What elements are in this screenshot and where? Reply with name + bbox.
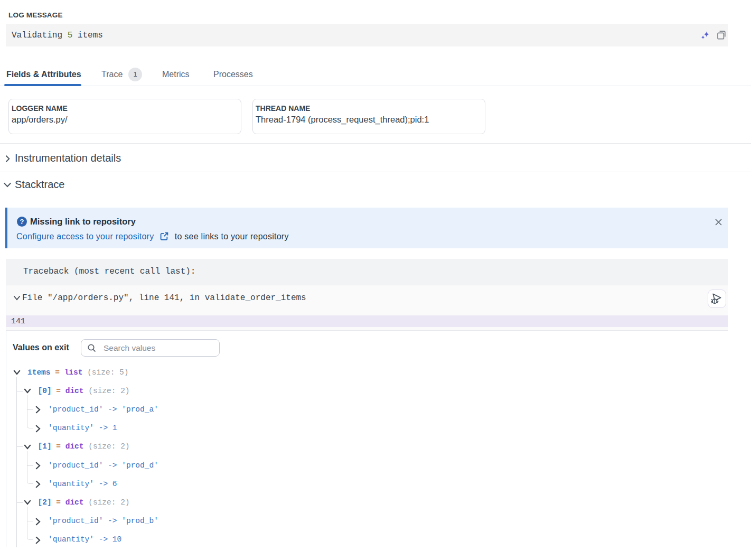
svg-text:?: ?: [20, 218, 24, 226]
